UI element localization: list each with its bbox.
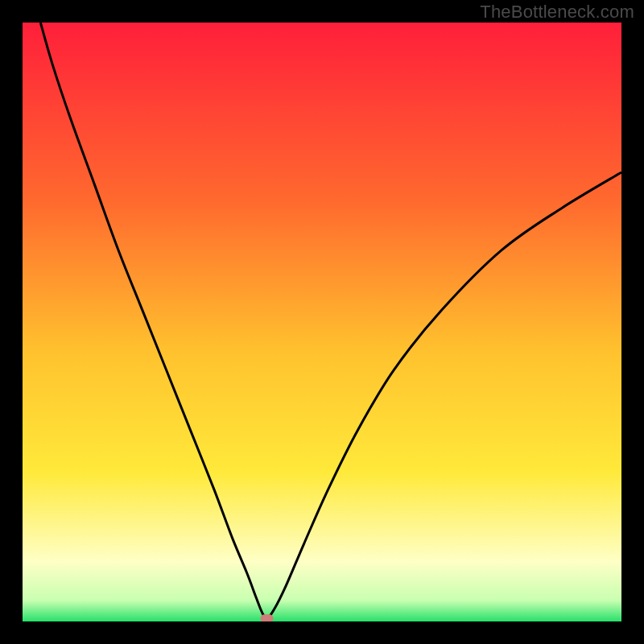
chart-frame: TheBottleneck.com — [0, 0, 644, 644]
optimum-marker — [261, 614, 274, 621]
gradient-background — [23, 23, 621, 621]
plot-area — [23, 23, 621, 621]
chart-svg — [23, 23, 621, 621]
watermark-text: TheBottleneck.com — [480, 2, 634, 23]
